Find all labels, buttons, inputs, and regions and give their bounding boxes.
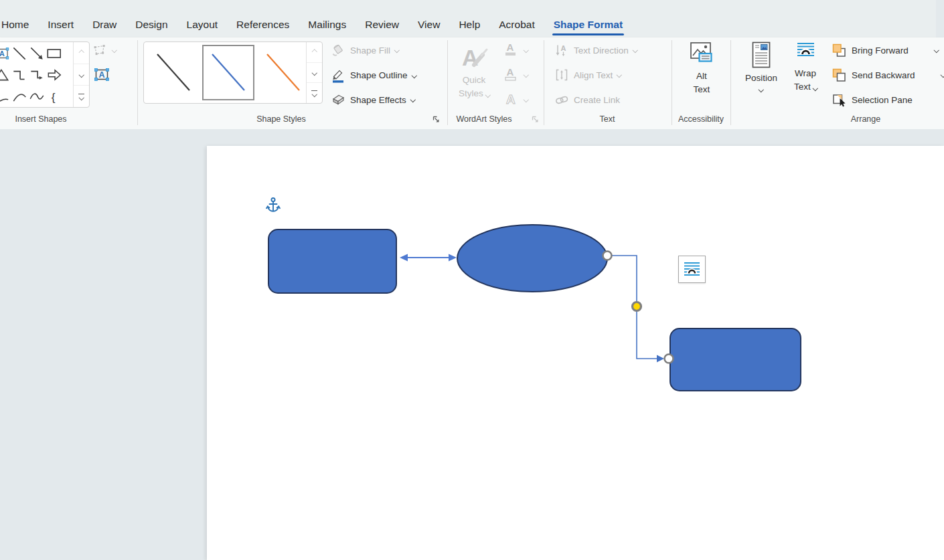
send-backward-label: Send Backward <box>852 70 915 80</box>
text-box-button[interactable]: A <box>92 66 111 84</box>
pencil-outline-icon <box>331 68 345 83</box>
tab-shape-format[interactable]: Shape Format <box>544 15 632 37</box>
shape-line-icon[interactable] <box>11 43 28 64</box>
shapes-scroll-down-button[interactable] <box>74 64 89 86</box>
tab-mailings[interactable]: Mailings <box>299 15 356 37</box>
layout-options-button[interactable] <box>678 256 706 283</box>
tab-insert[interactable]: Insert <box>38 15 83 37</box>
shape-arrow-icon[interactable] <box>28 43 46 64</box>
text-outline-icon: A <box>503 66 520 84</box>
shape-block-arrow-icon[interactable] <box>46 64 63 86</box>
shape-styles-gallery <box>143 41 323 104</box>
bring-forward-icon <box>832 43 847 58</box>
svg-text:A: A <box>507 41 514 53</box>
shape-textbox-recent-icon[interactable]: A <box>0 43 11 64</box>
chevron-down-icon <box>633 48 638 53</box>
svg-text:A: A <box>507 66 514 78</box>
shape-elbow-arrow-connector-icon[interactable] <box>28 64 46 86</box>
double-arrow-connector[interactable] <box>400 254 457 262</box>
rounded-rectangle-1[interactable] <box>268 229 396 293</box>
anchor-icon <box>266 198 280 211</box>
position-label: Position <box>745 72 777 85</box>
selection-pane-label: Selection Pane <box>852 95 913 105</box>
connector-adjust-handle[interactable] <box>633 302 641 311</box>
position-button[interactable]: Position <box>742 41 781 92</box>
shape-effects-button[interactable]: Shape Effects <box>331 92 414 107</box>
group-label-wordart-styles: WordArt Styles <box>444 114 524 124</box>
layout-options-wrap-icon <box>683 260 701 278</box>
shape-scribble-icon[interactable] <box>0 86 11 107</box>
connector-endpoint-handle-end[interactable] <box>665 355 674 363</box>
ribbon: A <box>0 37 944 129</box>
tab-design[interactable]: Design <box>126 15 177 37</box>
wrap-text-icon <box>797 41 815 59</box>
tab-acrobat[interactable]: Acrobat <box>489 15 544 37</box>
group-separator <box>544 40 544 125</box>
shape-curve-icon[interactable] <box>28 86 46 107</box>
shape-style-blue-line-selected[interactable] <box>202 45 254 100</box>
shape-left-brace-icon[interactable]: { <box>46 86 63 107</box>
selection-pane-icon <box>832 92 847 108</box>
text-direction-label: Text Direction <box>574 45 629 56</box>
text-effects-icon: A <box>503 91 520 108</box>
quick-styles-button: A Quick Styles <box>453 41 495 100</box>
chevron-up-icon <box>312 50 317 55</box>
tab-draw[interactable]: Draw <box>83 15 126 37</box>
shapes-gallery-more-button[interactable] <box>74 86 89 107</box>
shape-elbow-connector-icon[interactable] <box>11 64 28 86</box>
shape-style-black-line[interactable] <box>147 45 200 100</box>
insert-shapes-gallery: A <box>0 41 90 108</box>
shape-outline-button[interactable]: Shape Outline <box>331 68 416 83</box>
chevron-down-icon <box>312 92 317 97</box>
shape-style-orange-line[interactable] <box>257 45 309 100</box>
tab-view[interactable]: View <box>408 15 449 37</box>
send-backward-button[interactable]: Send Backward <box>832 68 915 83</box>
tab-references[interactable]: References <box>227 15 299 37</box>
shape-styles-dialog-launcher[interactable] <box>432 114 441 124</box>
chevron-down-icon <box>485 92 490 97</box>
alt-text-label-2: Text <box>694 83 710 96</box>
quick-styles-label-2: Styles <box>459 87 489 100</box>
svg-text:A: A <box>462 45 479 70</box>
chevron-down-icon <box>812 85 817 90</box>
text-direction-icon: A <box>554 43 569 58</box>
chevron-down-icon <box>410 97 416 102</box>
tab-home[interactable]: Home <box>0 15 38 37</box>
chevron-up-icon <box>79 50 84 56</box>
alt-text-icon <box>690 41 714 64</box>
tab-review[interactable]: Review <box>356 15 408 37</box>
group-label-shape-styles: Shape Styles <box>241 114 321 124</box>
ellipse-shape[interactable] <box>457 225 607 292</box>
chevron-down-icon <box>411 73 416 78</box>
group-label-text: Text <box>574 114 641 124</box>
selection-pane-button[interactable]: Selection Pane <box>832 92 913 108</box>
text-fill-button: A <box>503 41 528 59</box>
align-text-icon <box>554 68 569 82</box>
alt-text-button[interactable]: Alt Text <box>683 41 720 96</box>
bring-forward-dropdown-chevron[interactable] <box>934 48 939 53</box>
rounded-rectangle-2[interactable] <box>670 329 801 391</box>
shape-triangle-icon[interactable] <box>0 64 11 86</box>
styles-scroll-down-button[interactable] <box>307 63 322 84</box>
send-backward-dropdown-chevron[interactable] <box>941 72 944 78</box>
text-effects-button: A <box>503 91 528 108</box>
shape-styles-scroll <box>306 42 322 103</box>
styles-gallery-more-button[interactable] <box>307 83 322 103</box>
chevron-down-icon <box>759 87 764 92</box>
shape-rectangle-icon[interactable] <box>46 43 63 64</box>
styles-scroll-up-button[interactable] <box>307 42 322 63</box>
shape-arc-icon[interactable] <box>11 86 28 107</box>
connector-endpoint-handle-start[interactable] <box>603 252 612 260</box>
svg-text:A: A <box>98 70 104 80</box>
create-link-label: Create Link <box>574 95 620 105</box>
chevron-down-icon <box>79 95 84 100</box>
shapes-scroll-up-button[interactable] <box>74 42 89 64</box>
group-label-arrange: Arrange <box>832 114 899 124</box>
bring-forward-button[interactable]: Bring Forward <box>832 43 909 58</box>
wrap-text-button[interactable]: Wrap Text <box>786 41 825 94</box>
tab-layout[interactable]: Layout <box>177 15 228 37</box>
group-label-insert-shapes: Insert Shapes <box>0 114 82 124</box>
send-backward-icon <box>832 68 847 83</box>
tab-help[interactable]: Help <box>449 15 489 37</box>
svg-text:A: A <box>506 92 516 106</box>
